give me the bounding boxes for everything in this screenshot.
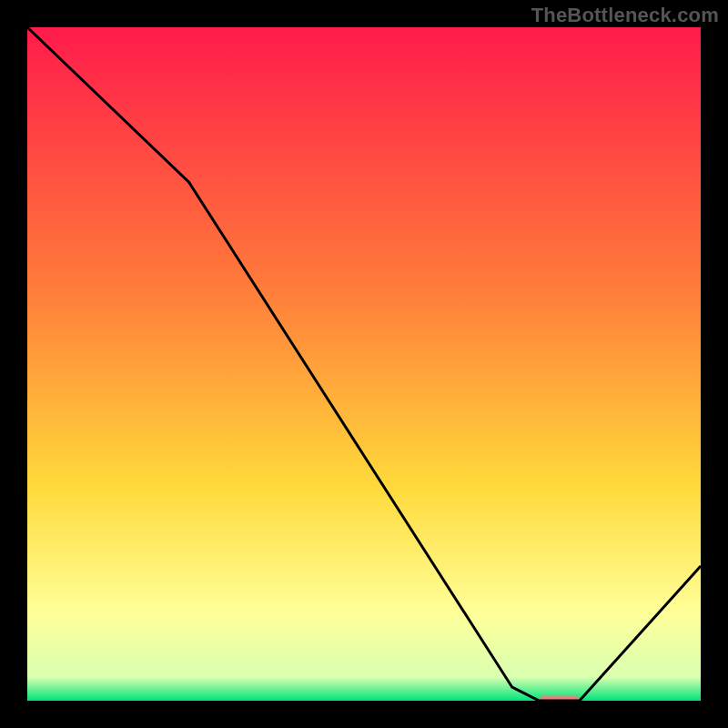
plot-svg bbox=[27, 27, 701, 701]
attribution-text: TheBottleneck.com bbox=[531, 4, 719, 27]
plot-area bbox=[27, 27, 701, 701]
chart-stage: TheBottleneck.com bbox=[0, 0, 728, 728]
gradient-background bbox=[27, 27, 701, 701]
